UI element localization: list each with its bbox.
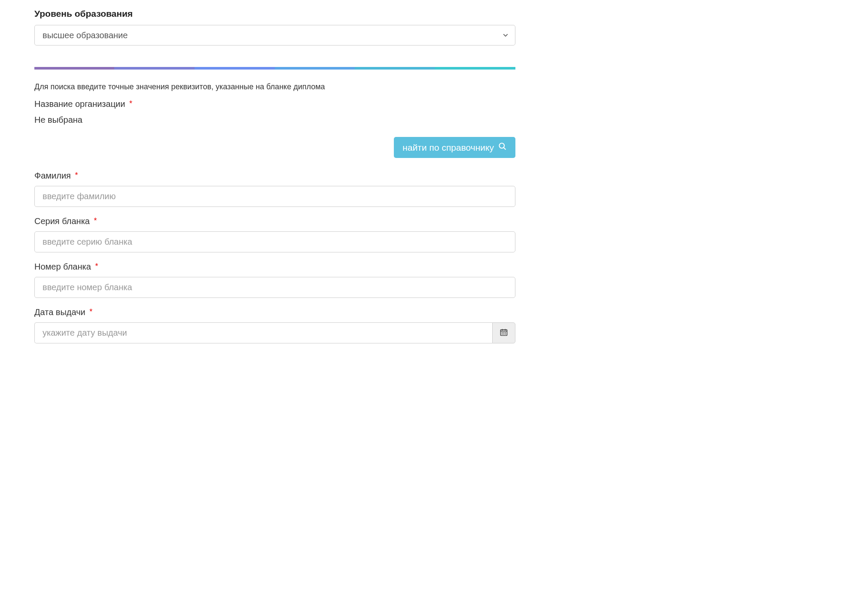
organization-label-text: Название организации [34, 99, 125, 109]
education-level-label: Уровень образования [34, 9, 515, 19]
issue-date-field: Дата выдачи * [34, 307, 515, 343]
svg-rect-7 [503, 332, 505, 333]
issue-date-input-group [34, 322, 515, 343]
search-icon [498, 142, 507, 153]
svg-line-1 [504, 148, 506, 150]
surname-label: Фамилия * [34, 171, 515, 181]
required-star: * [95, 262, 98, 270]
series-field: Серия бланка * [34, 216, 515, 252]
surname-label-text: Фамилия [34, 171, 71, 180]
education-level-select-wrap: высшее образование [34, 25, 515, 46]
number-label: Номер бланка * [34, 262, 515, 272]
series-label: Серия бланка * [34, 216, 515, 226]
required-star: * [94, 216, 97, 225]
instruction-text: Для поиска введите точные значения рекви… [34, 82, 515, 91]
surname-input[interactable] [34, 186, 515, 207]
lookup-button-label: найти по справочнику [402, 143, 494, 153]
find-in-directory-button[interactable]: найти по справочнику [394, 137, 515, 158]
organization-label: Название организации * [34, 99, 515, 109]
number-input[interactable] [34, 277, 515, 298]
svg-point-0 [500, 143, 505, 149]
surname-field: Фамилия * [34, 171, 515, 207]
number-label-text: Номер бланка [34, 262, 91, 271]
diploma-search-form: Уровень образования высшее образование Д… [34, 9, 515, 343]
gradient-divider [34, 67, 515, 70]
organization-value: Не выбрана [34, 115, 515, 125]
svg-rect-8 [505, 332, 506, 333]
required-star: * [75, 171, 78, 179]
svg-rect-10 [503, 334, 505, 334]
series-input[interactable] [34, 231, 515, 252]
svg-rect-9 [502, 334, 503, 334]
calendar-button[interactable] [492, 322, 515, 343]
calendar-icon [500, 328, 508, 338]
svg-rect-11 [505, 334, 506, 334]
issue-date-label: Дата выдачи * [34, 307, 515, 317]
education-level-select[interactable]: высшее образование [34, 25, 515, 46]
lookup-button-row: найти по справочнику [34, 137, 515, 158]
required-star: * [89, 307, 92, 316]
number-field: Номер бланка * [34, 262, 515, 298]
series-label-text: Серия бланка [34, 216, 90, 226]
issue-date-label-text: Дата выдачи [34, 307, 85, 317]
svg-rect-6 [502, 332, 503, 333]
required-star: * [129, 99, 132, 108]
issue-date-input[interactable] [34, 322, 492, 343]
